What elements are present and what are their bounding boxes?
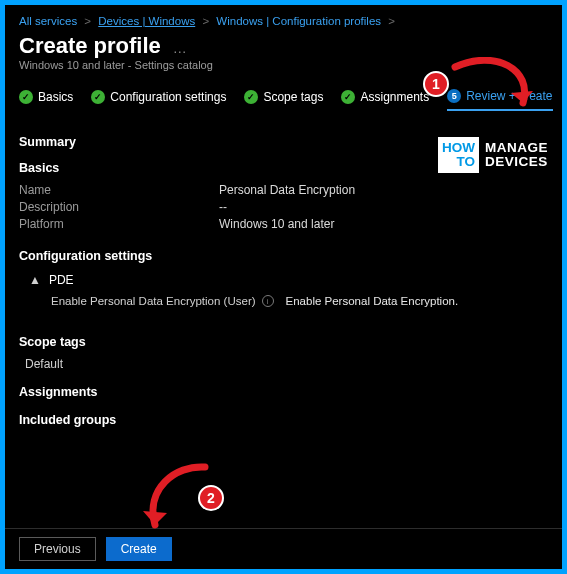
watermark-text: HOW	[442, 141, 475, 155]
breadcrumb-link-all-services[interactable]: All services	[19, 15, 77, 27]
basics-name-row: Name Personal Data Encryption	[19, 183, 548, 197]
included-groups-heading: Included groups	[19, 413, 548, 427]
chevron-up-icon: ▲	[29, 273, 41, 287]
tab-scope-tags[interactable]: ✓ Scope tags	[244, 90, 323, 110]
config-setting-row: Enable Personal Data Encryption (User) i…	[51, 295, 548, 307]
breadcrumb: All services > Devices | Windows > Windo…	[5, 5, 562, 31]
config-group-name: PDE	[49, 273, 74, 287]
label-platform: Platform	[19, 217, 219, 231]
label-description: Description	[19, 200, 219, 214]
check-icon: ✓	[244, 90, 258, 104]
previous-button[interactable]: Previous	[19, 537, 96, 561]
more-icon[interactable]: …	[173, 40, 188, 56]
value-name: Personal Data Encryption	[219, 183, 355, 197]
value-platform: Windows 10 and later	[219, 217, 334, 231]
setting-value: Enable Personal Data Encryption.	[286, 295, 459, 307]
config-group-toggle[interactable]: ▲ PDE	[29, 273, 548, 287]
tab-label: Configuration settings	[110, 90, 226, 104]
value-description: --	[219, 200, 227, 214]
label-name: Name	[19, 183, 219, 197]
watermark-text: DEVICES	[485, 155, 548, 169]
check-icon: ✓	[19, 90, 33, 104]
breadcrumb-link-devices-windows[interactable]: Devices | Windows	[98, 15, 195, 27]
tab-basics[interactable]: ✓ Basics	[19, 90, 73, 110]
annotation-badge-1: 1	[423, 71, 449, 97]
config-settings-heading: Configuration settings	[19, 249, 548, 263]
assignments-heading: Assignments	[19, 385, 548, 399]
annotation-badge-2: 2	[198, 485, 224, 511]
check-icon: ✓	[91, 90, 105, 104]
check-icon: ✓	[341, 90, 355, 104]
breadcrumb-link-config-profiles[interactable]: Windows | Configuration profiles	[216, 15, 381, 27]
scope-tags-heading: Scope tags	[19, 335, 548, 349]
watermark-text: MANAGE	[485, 141, 548, 155]
intune-create-profile-window: All services > Devices | Windows > Windo…	[5, 5, 562, 569]
scope-tag-value: Default	[25, 357, 548, 371]
tab-label: Basics	[38, 90, 73, 104]
setting-label: Enable Personal Data Encryption (User)	[51, 295, 256, 307]
watermark-logo: HOW TO MANAGE DEVICES	[436, 135, 556, 175]
tab-label: Scope tags	[263, 90, 323, 104]
annotation-arrow-1	[445, 57, 545, 117]
info-icon[interactable]: i	[262, 295, 274, 307]
wizard-footer: Previous Create	[5, 528, 562, 569]
tab-label: Assignments	[360, 90, 429, 104]
chevron-right-icon: >	[388, 15, 395, 27]
chevron-right-icon: >	[202, 15, 209, 27]
page-title: Create profile	[19, 33, 161, 59]
create-button[interactable]: Create	[106, 537, 172, 561]
svg-marker-0	[511, 91, 533, 103]
chevron-right-icon: >	[84, 15, 91, 27]
watermark-text: TO	[442, 155, 475, 169]
tab-config-settings[interactable]: ✓ Configuration settings	[91, 90, 226, 110]
tab-assignments[interactable]: ✓ Assignments	[341, 90, 429, 110]
svg-marker-1	[143, 511, 167, 525]
basics-platform-row: Platform Windows 10 and later	[19, 217, 548, 231]
basics-description-row: Description --	[19, 200, 548, 214]
